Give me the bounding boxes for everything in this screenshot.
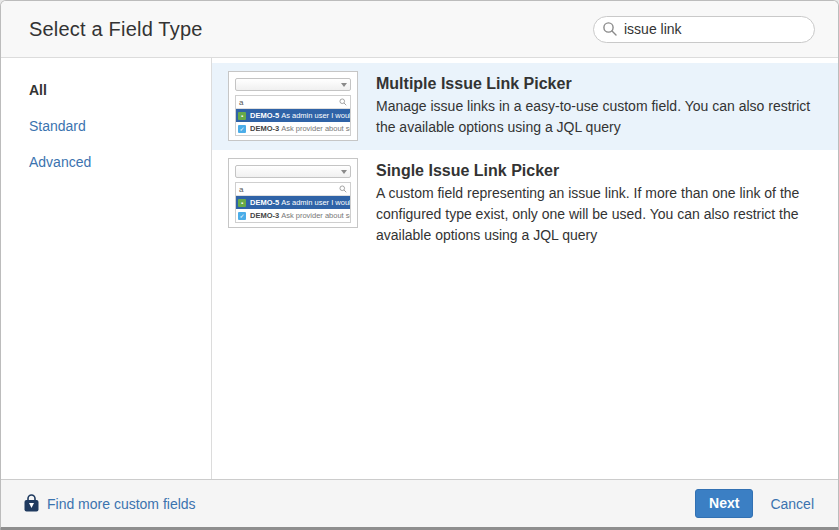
cancel-link[interactable]: Cancel — [770, 496, 814, 512]
find-more-custom-fields-link[interactable]: Find more custom fields — [47, 496, 196, 512]
dialog-header: Select a Field Type — [1, 1, 838, 58]
page-title: Select a Field Type — [29, 18, 203, 41]
story-issue-icon: ▪ — [238, 112, 246, 120]
task-issue-icon: ✓ — [238, 212, 246, 220]
mini-result-row: ▪ DEMO-5 As admin user I would lik — [236, 109, 350, 122]
issue-key: DEMO-3 — [250, 211, 279, 220]
field-type-list: a ▪ DEMO-5 As admin user I would lik — [212, 58, 838, 479]
mini-dropdown: a ▪ DEMO-5 As admin user I would lik — [235, 182, 351, 223]
option-text: Single Issue Link Picker A custom field … — [376, 158, 822, 246]
chevron-down-icon — [341, 170, 347, 174]
option-description: A custom field representing an issue lin… — [376, 183, 822, 246]
issue-key: DEMO-3 — [250, 124, 279, 133]
footer-right: Next Cancel — [695, 489, 814, 518]
mini-search-row: a — [236, 96, 350, 109]
story-issue-icon: ▪ — [238, 199, 246, 207]
marketplace-icon — [23, 494, 40, 513]
mini-search-value: a — [239, 98, 243, 107]
mini-dropdown: a ▪ DEMO-5 As admin user I would lik — [235, 95, 351, 136]
footer-left: Find more custom fields — [23, 494, 196, 513]
mini-search-icon — [339, 98, 347, 106]
issue-summary: As admin user I would lik — [281, 198, 350, 207]
option-title: Single Issue Link Picker — [376, 162, 822, 180]
field-preview-thumbnail: a ▪ DEMO-5 As admin user I would lik — [228, 71, 358, 141]
sidebar-item-advanced[interactable]: Advanced — [1, 144, 211, 180]
issue-key: DEMO-5 — [250, 198, 279, 207]
issue-summary: As admin user I would lik — [281, 111, 350, 120]
option-description: Manage issue links in a easy-to-use cust… — [376, 96, 822, 138]
task-issue-icon: ✓ — [238, 125, 246, 133]
search-field-wrap — [593, 16, 815, 43]
mini-result-row: ✓ DEMO-3 Ask provider about some — [236, 209, 350, 222]
select-field-type-dialog: Select a Field Type All Standard Advance… — [0, 0, 839, 530]
chevron-down-icon — [341, 83, 347, 87]
mini-result-row: ▪ DEMO-5 As admin user I would lik — [236, 196, 350, 209]
option-multiple-issue-link-picker[interactable]: a ▪ DEMO-5 As admin user I would lik — [212, 63, 838, 150]
mini-search-row: a — [236, 183, 350, 196]
field-preview-thumbnail: a ▪ DEMO-5 As admin user I would lik — [228, 158, 358, 228]
option-text: Multiple Issue Link Picker Manage issue … — [376, 71, 822, 138]
mini-result-row: ✓ DEMO-3 Ask provider about some — [236, 122, 350, 135]
mini-select-box — [235, 165, 351, 178]
sidebar-item-standard[interactable]: Standard — [1, 108, 211, 144]
next-button[interactable]: Next — [695, 489, 753, 518]
issue-summary: Ask provider about some — [281, 211, 350, 220]
category-sidebar: All Standard Advanced — [1, 58, 212, 479]
dialog-footer: Find more custom fields Next Cancel — [1, 479, 838, 527]
mini-select-box — [235, 78, 351, 91]
option-single-issue-link-picker[interactable]: a ▪ DEMO-5 As admin user I would lik — [212, 150, 838, 255]
sidebar-item-all[interactable]: All — [1, 72, 211, 108]
search-input[interactable] — [593, 16, 815, 43]
issue-key: DEMO-5 — [250, 111, 279, 120]
mini-search-icon — [339, 185, 347, 193]
mini-search-value: a — [239, 185, 243, 194]
dialog-body: All Standard Advanced a — [1, 58, 838, 479]
issue-summary: Ask provider about some — [281, 124, 350, 133]
option-title: Multiple Issue Link Picker — [376, 75, 822, 93]
